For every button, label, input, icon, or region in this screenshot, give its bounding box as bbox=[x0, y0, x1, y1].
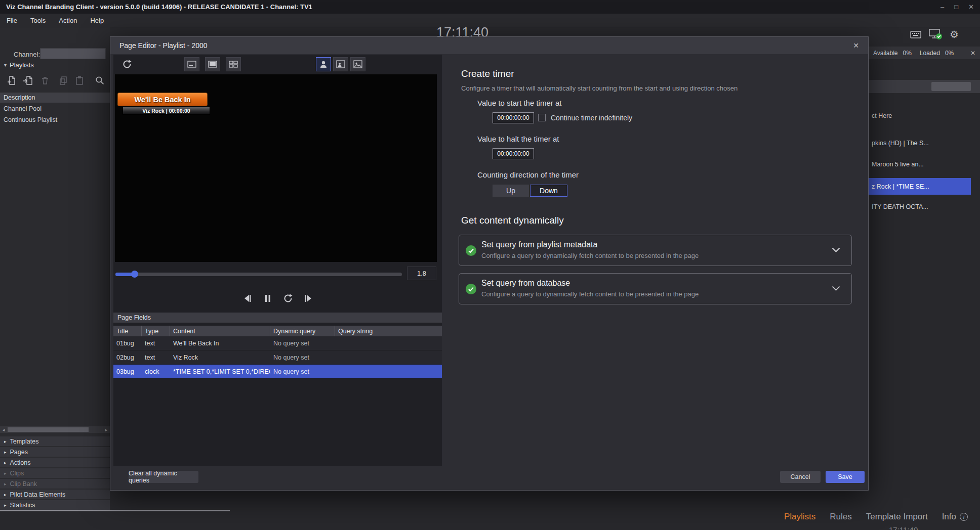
search-icon[interactable] bbox=[94, 75, 105, 86]
channel-input[interactable] bbox=[40, 48, 106, 59]
column-header-content[interactable]: Content bbox=[170, 326, 270, 336]
keyboard-icon[interactable] bbox=[910, 30, 921, 39]
section-label: Clip Bank bbox=[10, 480, 37, 488]
query-panel-database[interactable]: Set query from database Configure a quer… bbox=[459, 273, 852, 304]
tab-rules[interactable]: Rules bbox=[830, 512, 851, 522]
playlist-item-continuous-playlist[interactable]: Continuous Playlist bbox=[0, 114, 110, 125]
chevron-right-icon: ▸ bbox=[4, 492, 7, 497]
timer-halt-label: Value to halt the timer at bbox=[477, 135, 559, 143]
channel-label: Channel: bbox=[14, 51, 40, 58]
clear-dynamic-queries-button[interactable]: Clear all dynamic queries bbox=[129, 471, 198, 483]
tab-info[interactable]: Info i bbox=[942, 512, 968, 522]
table-row-selected[interactable]: 03bug clock *TIME SET 0,*LIMIT SET 0,*DI… bbox=[113, 365, 442, 379]
sidebar-section-actions[interactable]: ▸ Actions bbox=[0, 458, 110, 467]
section-label: Templates bbox=[10, 438, 39, 445]
chevron-down-icon[interactable] bbox=[832, 286, 840, 291]
sidebar-section-statistics[interactable]: ▸ Statistics bbox=[0, 500, 110, 510]
query-panel-playlist-metadata[interactable]: Set query from playlist metadata Configu… bbox=[459, 235, 852, 266]
monitor-status-icon[interactable] bbox=[928, 28, 943, 40]
minimize-icon[interactable]: – bbox=[941, 3, 944, 11]
cancel-button[interactable]: Cancel bbox=[780, 471, 821, 483]
tab-playlists[interactable]: Playlists bbox=[784, 512, 815, 522]
step-back-icon[interactable] bbox=[241, 292, 254, 304]
chevron-down-icon[interactable] bbox=[832, 247, 840, 253]
slider-thumb[interactable] bbox=[131, 271, 138, 278]
refresh-icon[interactable] bbox=[119, 57, 135, 71]
playlist-row[interactable]: Maroon 5 live an... bbox=[872, 161, 924, 168]
panel-splitter[interactable] bbox=[0, 510, 230, 511]
playlist-row[interactable]: ct Here bbox=[872, 112, 892, 119]
gear-icon[interactable]: ⚙ bbox=[950, 29, 959, 39]
query-panel-title: Set query from playlist metadata bbox=[481, 240, 597, 249]
sidebar-section-clip-bank[interactable]: ▸ Clip Bank bbox=[0, 479, 110, 489]
menu-action[interactable]: Action bbox=[52, 17, 84, 24]
column-header-dynamic-query[interactable]: Dynamic query bbox=[270, 326, 335, 336]
direction-up-button[interactable]: Up bbox=[493, 185, 529, 197]
check-circle-icon bbox=[466, 284, 476, 294]
playlist-row[interactable]: pkins (HD) | The S... bbox=[872, 140, 929, 147]
playlist-item-channel-pool[interactable]: Channel Pool bbox=[0, 103, 110, 114]
tab-template-import[interactable]: Template Import bbox=[866, 512, 928, 522]
section-label: Pages bbox=[10, 449, 28, 456]
horizontal-scrollbar[interactable]: ◂ ▸ bbox=[0, 426, 110, 433]
continue-indefinitely-checkbox[interactable] bbox=[538, 114, 546, 121]
sidebar-section-pages[interactable]: ▸ Pages bbox=[0, 447, 110, 457]
available-label: Available bbox=[873, 50, 897, 57]
maximize-icon[interactable]: □ bbox=[954, 3, 958, 11]
page-fields-table: Title Type Content Dynamic query Query s… bbox=[113, 326, 442, 379]
delete-icon[interactable] bbox=[39, 75, 51, 86]
section-label: Pilot Data Elements bbox=[10, 491, 66, 498]
layout-fullscreen-icon[interactable] bbox=[205, 57, 220, 71]
cell-query-string bbox=[335, 365, 442, 378]
scroll-left-icon[interactable]: ◂ bbox=[0, 427, 7, 432]
menu-help[interactable]: Help bbox=[84, 17, 110, 24]
playlist-row-selected[interactable]: z Rock | *TIME SE... bbox=[869, 178, 971, 195]
dialog-preview-pane: We'll Be Back In Viz Rock | 00:00:00 1.8… bbox=[113, 55, 442, 466]
dialog-title: Page Editor - Playlist - 2000 bbox=[119, 41, 208, 50]
preview-person-card-icon[interactable] bbox=[333, 57, 348, 71]
timer-halt-input[interactable]: 00:00:00:00 bbox=[493, 148, 534, 159]
close-icon[interactable]: ✕ bbox=[970, 50, 975, 57]
available-value: 0% bbox=[903, 50, 911, 57]
info-icon: i bbox=[960, 513, 968, 521]
import-playlist-icon[interactable] bbox=[22, 75, 33, 86]
toolbar-button[interactable] bbox=[931, 82, 971, 91]
left-sidebar: Channel: ▾ Playlists Description Channel… bbox=[0, 27, 110, 510]
cell-type: text bbox=[142, 350, 170, 364]
layout-grid-icon[interactable] bbox=[226, 57, 241, 71]
sidebar-section-clips[interactable]: ▸ Clips bbox=[0, 468, 110, 478]
playback-controls bbox=[113, 291, 442, 306]
timer-start-input[interactable]: 00:00:00:00 bbox=[493, 112, 534, 123]
pause-icon[interactable] bbox=[262, 292, 274, 304]
copy-icon[interactable] bbox=[58, 75, 69, 86]
scroll-right-icon[interactable]: ▸ bbox=[103, 427, 110, 432]
direction-down-button[interactable]: Down bbox=[530, 185, 567, 197]
preview-image-icon[interactable] bbox=[350, 57, 365, 71]
sidebar-section-pilot-data-elements[interactable]: ▸ Pilot Data Elements bbox=[0, 490, 110, 499]
save-button[interactable]: Save bbox=[826, 471, 865, 483]
speed-slider[interactable] bbox=[115, 273, 402, 276]
chevron-right-icon: ▸ bbox=[4, 481, 7, 487]
close-icon[interactable]: ✕ bbox=[853, 41, 859, 50]
step-forward-icon[interactable] bbox=[302, 292, 314, 304]
layout-lowerthird-icon[interactable] bbox=[184, 57, 199, 71]
column-header-type[interactable]: Type bbox=[142, 326, 170, 336]
sidebar-section-playlists[interactable]: ▾ Playlists bbox=[4, 61, 34, 69]
preview-person-icon[interactable] bbox=[316, 57, 331, 71]
playlist-row[interactable]: ITY DEATH OCTA... bbox=[872, 203, 928, 210]
table-row[interactable]: 01bug text We'll Be Back In No query set bbox=[113, 336, 442, 350]
scrollbar-thumb[interactable] bbox=[8, 427, 89, 432]
paste-icon[interactable] bbox=[74, 75, 85, 86]
menu-tools[interactable]: Tools bbox=[24, 17, 52, 24]
cell-content: *TIME SET 0,*LIMIT SET 0,*DIRECTIC bbox=[170, 365, 270, 378]
loop-icon[interactable] bbox=[282, 292, 294, 304]
menu-file[interactable]: File bbox=[0, 17, 24, 24]
new-playlist-icon[interactable] bbox=[6, 75, 17, 86]
table-row[interactable]: 02bug text Viz Rock No query set bbox=[113, 350, 442, 365]
chevron-down-icon: ▾ bbox=[4, 62, 7, 68]
close-icon[interactable]: ✕ bbox=[968, 3, 974, 11]
top-right-icons: ⚙ bbox=[910, 28, 959, 41]
sidebar-section-templates[interactable]: ▸ Templates bbox=[0, 436, 110, 446]
column-header-title[interactable]: Title bbox=[113, 326, 142, 336]
column-header-query-string[interactable]: Query string bbox=[335, 326, 442, 336]
